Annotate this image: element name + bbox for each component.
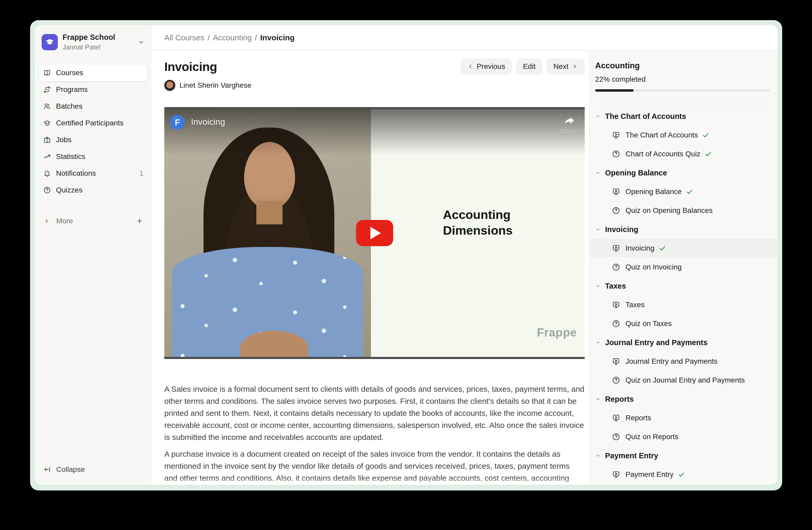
plus-icon[interactable] [136, 217, 143, 225]
help-circle-icon [612, 263, 620, 271]
outline-quiz-quiz-on-invoicing[interactable]: Quiz on Invoicing [590, 258, 778, 277]
monitor-play-icon [612, 414, 620, 422]
outline-section-opening-balance[interactable]: Opening Balance [590, 163, 778, 182]
outline-item-label: Opening Balance [625, 187, 682, 196]
more-label: More [56, 217, 73, 225]
sidebar-item-label: Statistics [56, 152, 85, 161]
sidebar-item-label: Programs [56, 85, 88, 94]
outline-quiz-quiz-on-reports[interactable]: Quiz on Reports [590, 427, 778, 446]
previous-button[interactable]: Previous [460, 58, 512, 75]
progress-fill [595, 89, 634, 92]
chevron-right-icon [571, 64, 578, 70]
outline-lesson-the-chart-of-accounts[interactable]: The Chart of Accounts [590, 126, 778, 144]
check-icon [659, 245, 666, 252]
outline-section-journal-entry-and-payments[interactable]: Journal Entry and Payments [590, 333, 778, 352]
outline-section-title: The Chart of Accounts [605, 112, 686, 121]
video-player[interactable]: Accounting Dimensions F Invoicing [164, 107, 585, 359]
outline-item-label: Quiz on Invoicing [625, 263, 682, 271]
outline-quiz-chart-of-accounts-quiz[interactable]: Chart of Accounts Quiz [590, 144, 778, 163]
monitor-play-icon [612, 470, 620, 479]
channel-avatar[interactable]: F [170, 115, 185, 130]
briefcase-icon [43, 136, 51, 144]
sidebar-item-label: Batches [56, 102, 83, 111]
chevron-left-icon [467, 64, 474, 70]
sidebar-item-statistics[interactable]: Statistics [39, 148, 147, 165]
monitor-play-icon [612, 187, 620, 196]
app-window: Frappe School Jannat Patel CoursesProgra… [30, 20, 782, 490]
workspace-user: Jannat Patel [62, 43, 137, 51]
help-circle-icon [612, 150, 620, 158]
outline-section-reports[interactable]: Reports [590, 390, 778, 408]
course-outline-panel: Accounting 22% completed The Chart of Ac… [589, 51, 778, 485]
lesson-main: Invoicing Previous Edit [152, 51, 589, 485]
bell-icon [43, 169, 51, 177]
sidebar-item-programs[interactable]: Programs [39, 81, 147, 98]
video-title[interactable]: Invoicing [191, 117, 225, 127]
book-open-icon [43, 69, 51, 77]
check-icon [686, 188, 693, 195]
lesson-paragraph: A Sales invoice is a formal document sen… [164, 383, 585, 443]
breadcrumb-current: Invoicing [260, 33, 295, 42]
outline-lesson-taxes[interactable]: Taxes [590, 295, 778, 314]
outline-section-title: Invoicing [605, 225, 638, 234]
route-icon [43, 86, 51, 94]
outline-quiz-quiz-on-opening-balances[interactable]: Quiz on Opening Balances [590, 201, 778, 220]
check-icon [678, 471, 685, 478]
outline-list: The Chart of AccountsThe Chart of Accoun… [590, 104, 778, 485]
chevron-right-icon [43, 218, 50, 224]
course-title: Accounting [595, 61, 770, 70]
outline-item-label: Quiz on Reports [625, 433, 678, 441]
sidebar-item-jobs[interactable]: Jobs [39, 131, 147, 148]
collapse-sidebar-button[interactable]: Collapse [39, 462, 147, 477]
progress-bar [595, 89, 770, 92]
outline-item-label: Chart of Accounts Quiz [625, 150, 700, 158]
check-icon [705, 150, 712, 158]
help-circle-icon [612, 319, 620, 328]
outline-lesson-payment-entry[interactable]: Payment Entry [590, 465, 778, 484]
share-button[interactable]: Share [560, 115, 578, 136]
outline-quiz-quiz-on-journal-entry-and-payments[interactable]: Quiz on Journal Entry and Payments [590, 371, 778, 390]
sidebar-item-quizzes[interactable]: Quizzes [39, 182, 147, 198]
sidebar-nav: CoursesProgramsBatchesCertified Particip… [39, 65, 147, 198]
collapse-left-icon [43, 465, 51, 473]
breadcrumb-accounting[interactable]: Accounting [213, 33, 252, 42]
breadcrumb-all-courses[interactable]: All Courses [164, 33, 204, 42]
edit-button[interactable]: Edit [516, 58, 542, 75]
left-sidebar: Frappe School Jannat Patel CoursesProgra… [35, 25, 152, 485]
trending-up-icon [43, 153, 51, 161]
outline-quiz-quiz-on-taxes[interactable]: Quiz on Taxes [590, 314, 778, 333]
breadcrumb-separator: / [255, 33, 257, 42]
outline-item-label: Payment Entry [625, 470, 673, 479]
app-card: Frappe School Jannat Patel CoursesProgra… [35, 25, 778, 485]
monitor-play-icon [612, 244, 620, 252]
outline-lesson-invoicing[interactable]: Invoicing [590, 239, 778, 258]
play-button[interactable] [356, 220, 393, 246]
outline-section-invoicing[interactable]: Invoicing [590, 220, 778, 239]
video-top-strip [164, 107, 585, 109]
workspace-switcher[interactable]: Frappe School Jannat Patel [39, 32, 147, 52]
lesson-paragraph: A purchase invoice is a document created… [164, 448, 585, 485]
next-button[interactable]: Next [547, 58, 585, 75]
chevron-down-icon [595, 226, 601, 232]
sidebar-item-certified-participants[interactable]: Certified Participants [39, 115, 147, 131]
slide-text: Accounting Dimensions [443, 207, 512, 238]
chevron-down-icon [595, 170, 601, 176]
collapse-label: Collapse [56, 465, 85, 474]
sidebar-item-courses[interactable]: Courses [39, 65, 147, 81]
chevron-down-icon [595, 283, 601, 289]
outline-lesson-reports[interactable]: Reports [590, 408, 778, 427]
outline-lesson-opening-balance[interactable]: Opening Balance [590, 182, 778, 201]
sidebar-item-label: Jobs [56, 136, 71, 144]
check-icon [702, 131, 709, 139]
sidebar-item-label: Courses [56, 69, 83, 77]
outline-section-taxes[interactable]: Taxes [590, 277, 778, 295]
outline-section-title: Reports [605, 395, 634, 404]
outline-lesson-journal-entry-and-payments[interactable]: Journal Entry and Payments [590, 352, 778, 371]
lesson-author: Linet Sherin Varghese [164, 80, 585, 91]
outline-item-label: Taxes [625, 301, 644, 309]
outline-section-the-chart-of-accounts[interactable]: The Chart of Accounts [590, 107, 778, 126]
sidebar-item-notifications[interactable]: Notifications1 [39, 165, 147, 182]
sidebar-item-batches[interactable]: Batches [39, 98, 147, 115]
outline-section-payment-entry[interactable]: Payment Entry [590, 446, 778, 465]
sidebar-item-more[interactable]: More [39, 213, 147, 229]
